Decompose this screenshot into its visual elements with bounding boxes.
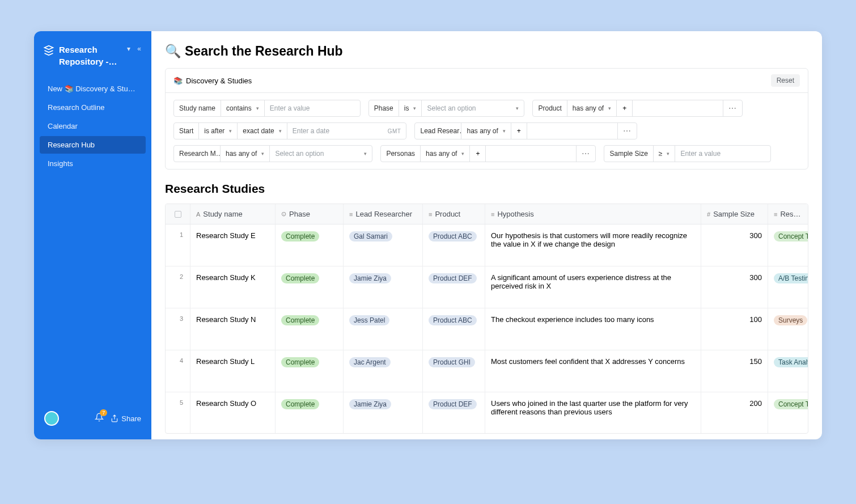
table-row[interactable]: 1Research Study ECompleteGal SamariProdu… — [166, 225, 808, 266]
filter-more-icon[interactable]: ⋯ — [618, 123, 637, 139]
cell-sample-size: 200 — [701, 392, 768, 433]
table-row[interactable]: 4Research Study LCompleteJac ArgentProdu… — [166, 350, 808, 392]
filter-select[interactable] — [633, 100, 723, 116]
filter-label: Product — [533, 100, 567, 116]
person-chip: Jac Argent — [349, 357, 391, 367]
person-chip: Jamie Ziya — [349, 399, 391, 409]
filter-operator[interactable]: is▾ — [399, 100, 422, 116]
cell-product: Product DEF — [423, 266, 485, 308]
chevron-down-icon: ▾ — [413, 105, 416, 111]
nav-item-research-hub[interactable]: Research Hub — [40, 136, 146, 154]
search-icon: 🔍 — [165, 44, 181, 59]
table-header: AStudy name ⊙Phase ≡Lead Researcher ≡Pro… — [166, 204, 808, 225]
filter-operator[interactable]: has any of▾ — [461, 123, 511, 139]
filter-operator[interactable]: has any of▾ — [421, 146, 470, 162]
filter-select[interactable] — [527, 123, 618, 139]
cell-study-name[interactable]: Research Study L — [190, 350, 276, 392]
method-chip: Concept T — [774, 399, 808, 409]
notifications-button[interactable]: 7 — [95, 413, 104, 424]
filter-value-input[interactable] — [265, 100, 360, 116]
column-sample-size[interactable]: #Sample Size — [701, 204, 768, 224]
nav-item-research-outline[interactable]: Research Outline — [40, 99, 146, 116]
filter-select[interactable]: Select an option▾ — [422, 100, 524, 116]
status-icon: ⊙ — [281, 210, 286, 218]
filter-phase: Phase is▾ Select an option▾ — [368, 100, 525, 117]
nav-item-new-discovery[interactable]: New 📚 Discovery & Study E… — [40, 80, 146, 98]
table-row[interactable]: 2Research Study KCompleteJamie ZiyaProdu… — [166, 266, 808, 308]
filter-operator[interactable]: contains▾ — [221, 100, 265, 116]
filter-more-icon[interactable]: ⋯ — [577, 146, 595, 162]
add-value-button[interactable]: + — [511, 123, 527, 139]
share-label: Share — [121, 414, 141, 423]
cell-study-name[interactable]: Research Study N — [190, 308, 276, 350]
filter-operator[interactable]: has any of▾ — [567, 100, 617, 116]
share-button[interactable]: Share — [111, 414, 141, 423]
cell-lead: Jess Patel — [344, 308, 423, 350]
filter-research-method: Research M… has any of▾ Select an option… — [173, 145, 372, 162]
sidebar: Research Repository -… ▾ « New 📚 Discove… — [34, 31, 151, 439]
filter-operator[interactable]: is after▾ — [199, 123, 238, 139]
filter-more-icon[interactable]: ⋯ — [723, 100, 742, 116]
filter-operator[interactable]: ≥▾ — [654, 146, 676, 162]
filter-start-date: Start is after▾ exact date▾ GMT — [173, 122, 406, 139]
row-number: 2 — [166, 266, 190, 308]
column-research-method[interactable]: ≡Researc — [768, 204, 808, 224]
product-chip: Product ABC — [429, 231, 477, 242]
add-value-button[interactable]: + — [617, 100, 633, 116]
cell-lead: Jamie Ziya — [344, 266, 423, 308]
product-chip: Product DEF — [429, 273, 477, 283]
chevron-down-icon: ▾ — [503, 128, 506, 134]
person-chip: Jamie Ziya — [349, 273, 391, 283]
filter-value-input[interactable] — [675, 146, 770, 162]
user-avatar[interactable] — [44, 411, 59, 426]
column-checkbox[interactable] — [166, 204, 190, 224]
filter-date-input[interactable] — [287, 123, 383, 139]
nav-item-insights[interactable]: Insights — [40, 155, 146, 172]
filter-panel: 📚 Discovery & Studies Reset Study name c… — [165, 68, 808, 170]
cell-phase: Complete — [276, 392, 344, 433]
cell-research-method: Task Analy — [768, 350, 808, 392]
row-number: 5 — [166, 392, 190, 433]
table-row[interactable]: 5Research Study OCompleteJamie ZiyaProdu… — [166, 392, 808, 433]
nav-item-calendar[interactable]: Calendar — [40, 117, 146, 135]
filter-label: Personas — [381, 146, 421, 162]
reset-button[interactable]: Reset — [771, 74, 800, 87]
cell-hypothesis: Most customers feel confident that X add… — [485, 350, 701, 392]
method-chip: Concept T — [774, 231, 808, 242]
filter-operator[interactable]: has any of▾ — [221, 146, 270, 162]
number-icon: # — [707, 211, 710, 218]
cell-phase: Complete — [276, 225, 344, 266]
column-study-name[interactable]: AStudy name — [190, 204, 276, 224]
column-product[interactable]: ≡Product — [423, 204, 485, 224]
filter-date-mode[interactable]: exact date▾ — [238, 123, 287, 139]
filter-select[interactable]: Select an option▾ — [270, 146, 372, 162]
filter-panel-title: Discovery & Studies — [186, 77, 252, 85]
filter-label: Phase — [369, 100, 399, 116]
sidebar-collapse-icon[interactable]: « — [136, 44, 142, 54]
column-lead-researcher[interactable]: ≡Lead Researcher — [344, 204, 423, 224]
filter-sample-size: Sample Size ≥▾ — [604, 145, 771, 162]
table-body[interactable]: 1Research Study ECompleteGal SamariProdu… — [166, 225, 808, 433]
cell-lead: Jamie Ziya — [344, 392, 423, 433]
cell-hypothesis: Users who joined in the last quarter use… — [485, 392, 701, 433]
cell-product: Product ABC — [423, 225, 485, 266]
list-icon: ≡ — [774, 211, 777, 218]
workspace-icon — [43, 45, 54, 56]
column-phase[interactable]: ⊙Phase — [276, 204, 344, 224]
cell-study-name[interactable]: Research Study O — [190, 392, 276, 433]
cell-study-name[interactable]: Research Study E — [190, 225, 276, 266]
person-chip: Jess Patel — [349, 315, 389, 325]
workspace-title[interactable]: Research Repository -… — [59, 44, 121, 67]
add-value-button[interactable]: + — [470, 146, 486, 162]
main-content: 🔍 Search the Research Hub 📚 Discovery & … — [151, 31, 822, 439]
filter-lead-researcher: Lead Resear… has any of▾ + ⋯ — [414, 122, 637, 139]
filter-select[interactable] — [486, 146, 577, 162]
workspace-dropdown-icon[interactable]: ▾ — [126, 44, 132, 54]
cell-study-name[interactable]: Research Study K — [190, 266, 276, 308]
cell-product: Product GHI — [423, 350, 485, 392]
filter-label: Lead Resear… — [415, 123, 461, 139]
section-title: Research Studies — [165, 182, 808, 196]
table-row[interactable]: 3Research Study NCompleteJess PatelProdu… — [166, 308, 808, 350]
row-number: 1 — [166, 225, 190, 266]
column-hypothesis[interactable]: ≡Hypothesis — [485, 204, 701, 224]
